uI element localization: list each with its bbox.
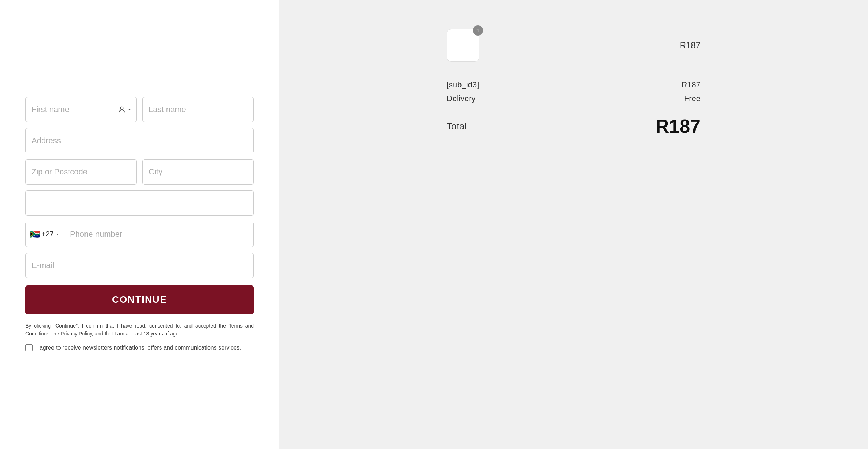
- newsletter-checkbox[interactable]: [25, 344, 33, 351]
- address-row: [25, 128, 254, 153]
- product-price: R187: [680, 40, 700, 50]
- phone-code: +27: [41, 230, 54, 238]
- sub-id-label: [sub_id3]: [447, 80, 479, 90]
- phone-wrapper: 🇿🇦 +27: [25, 222, 254, 247]
- left-panel: South Africa 🇿🇦 +27: [0, 0, 279, 449]
- checkout-form: South Africa 🇿🇦 +27: [25, 97, 254, 353]
- name-row: [25, 97, 254, 122]
- first-name-wrapper: [25, 97, 137, 122]
- sub-id-value: R187: [681, 80, 700, 90]
- delivery-label: Delivery: [447, 94, 475, 103]
- phone-input[interactable]: [64, 222, 253, 247]
- country-row: South Africa: [25, 190, 254, 216]
- south-africa-flag: 🇿🇦: [30, 230, 40, 239]
- terms-text: By clicking "Continue", I confirm that I…: [25, 322, 254, 338]
- email-input[interactable]: [25, 253, 254, 278]
- city-group: [142, 159, 254, 185]
- total-label: Total: [447, 121, 467, 132]
- sub-id-row: [sub_id3] R187: [447, 80, 700, 90]
- continue-button[interactable]: CONTINUE: [25, 285, 254, 314]
- total-value: R187: [656, 115, 700, 137]
- delivery-value: Free: [684, 94, 700, 103]
- first-name-group: [25, 97, 137, 122]
- phone-prefix-selector[interactable]: 🇿🇦 +27: [26, 222, 64, 247]
- last-name-group: [142, 97, 254, 122]
- country-group: South Africa: [25, 190, 254, 216]
- email-row: [25, 253, 254, 278]
- email-group: [25, 253, 254, 278]
- product-row: 1 R187: [447, 29, 700, 62]
- newsletter-label: I agree to receive newsletters notificat…: [36, 343, 241, 352]
- divider-bottom: [447, 108, 700, 108]
- address-input[interactable]: [25, 128, 254, 153]
- zip-input[interactable]: [25, 159, 137, 185]
- total-row: Total R187: [447, 115, 700, 137]
- zip-group: [25, 159, 137, 185]
- country-input[interactable]: South Africa: [25, 190, 254, 216]
- product-image-wrapper: 1: [447, 29, 479, 62]
- right-panel: 1 R187 [sub_id3] R187 Delivery Free Tota…: [279, 0, 868, 449]
- avatar-icon[interactable]: [118, 106, 132, 114]
- divider-top: [447, 73, 700, 73]
- zip-city-row: [25, 159, 254, 185]
- order-summary: 1 R187 [sub_id3] R187 Delivery Free Tota…: [447, 29, 700, 137]
- product-badge: 1: [473, 25, 483, 36]
- svg-point-0: [120, 107, 123, 109]
- newsletter-row: I agree to receive newsletters notificat…: [25, 343, 254, 352]
- phone-group: 🇿🇦 +27: [25, 222, 254, 247]
- last-name-input[interactable]: [142, 97, 254, 122]
- delivery-row: Delivery Free: [447, 94, 700, 103]
- city-input[interactable]: [142, 159, 254, 185]
- address-group: [25, 128, 254, 153]
- phone-row: 🇿🇦 +27: [25, 222, 254, 247]
